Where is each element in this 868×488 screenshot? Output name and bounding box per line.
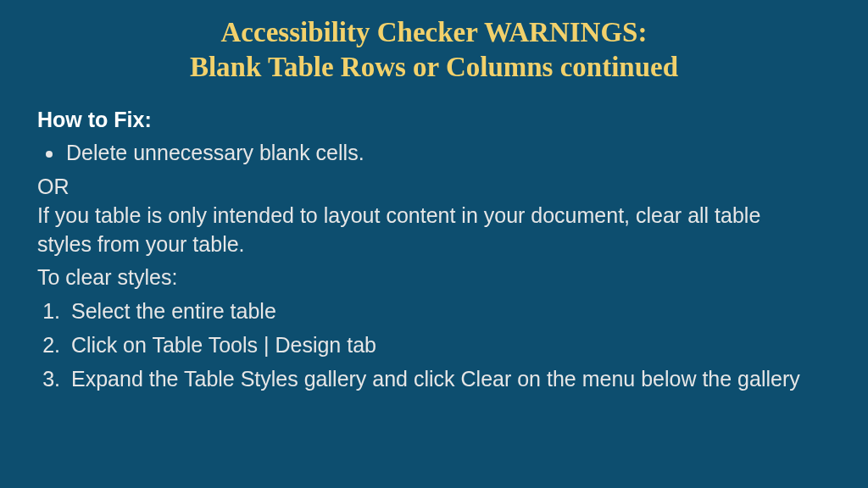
fix-bullet-list: Delete unnecessary blank cells. — [37, 139, 834, 168]
slide: Accessibility Checker WARNINGS: Blank Ta… — [0, 0, 868, 488]
slide-title: Accessibility Checker WARNINGS: Blank Ta… — [34, 15, 834, 86]
list-item: Expand the Table Styles gallery and clic… — [66, 365, 800, 394]
or-label: OR — [37, 173, 834, 202]
title-line-2: Blank Table Rows or Columns continued — [190, 52, 678, 82]
clear-styles-steps: Select the entire table Click on Table T… — [37, 297, 834, 393]
how-to-fix-heading: How to Fix: — [37, 106, 834, 135]
to-clear-styles-label: To clear styles: — [37, 263, 834, 292]
title-line-1: Accessibility Checker WARNINGS: — [221, 17, 648, 47]
list-item: Click on Table Tools | Design tab — [66, 331, 800, 360]
list-item: Select the entire table — [66, 297, 800, 326]
layout-paragraph: If you table is only intended to layout … — [37, 202, 783, 259]
list-item: Delete unnecessary blank cells. — [64, 139, 834, 168]
slide-body: How to Fix: Delete unnecessary blank cel… — [34, 106, 834, 394]
